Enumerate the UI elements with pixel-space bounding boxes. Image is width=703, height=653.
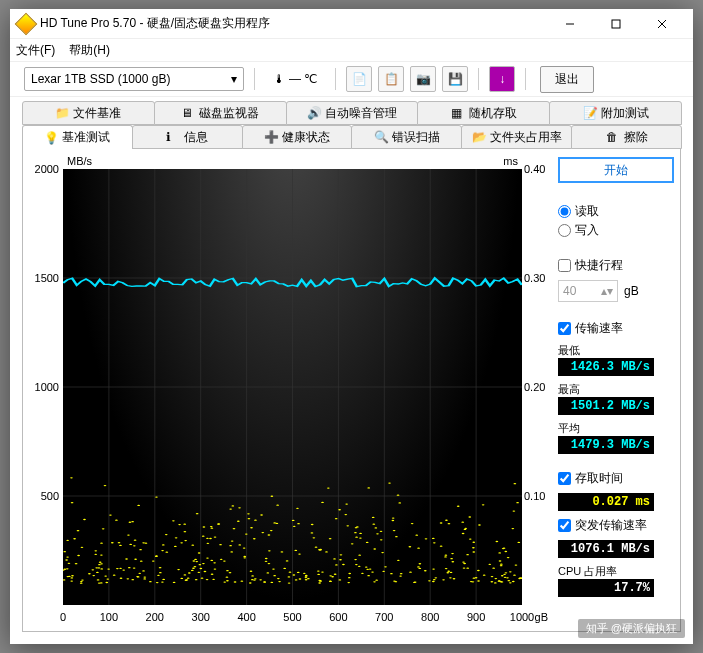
tab-disk-monitor[interactable]: 🖥磁盘监视器 (154, 101, 287, 125)
radio-read[interactable]: 读取 (558, 203, 674, 220)
tab-info[interactable]: ℹ信息 (132, 125, 243, 149)
svg-point-343 (318, 582, 321, 583)
svg-point-388 (413, 582, 416, 583)
tab-benchmark[interactable]: 💡基准测试 (22, 125, 133, 149)
check-short-stroke[interactable]: 快捷行程 (558, 257, 674, 274)
svg-point-374 (134, 540, 137, 541)
svg-point-333 (162, 544, 165, 545)
tab-file-benchmark[interactable]: 📁文件基准 (22, 101, 155, 125)
svg-point-43 (509, 582, 512, 583)
svg-point-134 (71, 502, 74, 503)
copy-info-button[interactable]: 📄 (346, 66, 372, 92)
svg-point-158 (254, 520, 257, 521)
svg-point-108 (238, 507, 241, 508)
svg-point-131 (361, 573, 364, 574)
svg-point-112 (398, 502, 401, 503)
svg-point-46 (66, 568, 69, 569)
close-button[interactable] (639, 9, 685, 39)
menu-file[interactable]: 文件(F) (16, 42, 55, 59)
svg-point-252 (192, 560, 195, 561)
svg-point-235 (483, 575, 486, 576)
svg-point-244 (327, 487, 330, 488)
svg-point-84 (247, 513, 250, 514)
svg-point-346 (478, 524, 481, 525)
svg-point-287 (355, 564, 358, 565)
svg-point-242 (201, 578, 204, 579)
svg-point-45 (329, 538, 332, 539)
divider (335, 68, 336, 90)
svg-point-165 (288, 582, 291, 583)
svg-point-174 (249, 582, 252, 583)
save-button[interactable]: 💾 (442, 66, 468, 92)
svg-point-389 (273, 522, 276, 523)
svg-point-352 (329, 575, 332, 576)
svg-point-83 (73, 538, 76, 539)
check-transfer[interactable]: 传输速率 (558, 320, 674, 337)
svg-point-414 (295, 579, 298, 580)
svg-point-355 (475, 577, 478, 578)
svg-point-109 (517, 542, 520, 543)
svg-point-42 (214, 536, 217, 537)
check-access[interactable]: 存取时间 (558, 470, 674, 487)
exit-button[interactable]: 退出 (540, 66, 594, 93)
maximize-button[interactable] (593, 9, 639, 39)
svg-point-257 (395, 536, 398, 537)
svg-point-243 (397, 560, 400, 561)
svg-rect-1 (612, 20, 620, 28)
tab-extra-tests[interactable]: 📝附加测试 (549, 101, 682, 125)
svg-point-161 (373, 548, 376, 549)
tabrow-top: 📁文件基准 🖥磁盘监视器 🔊自动噪音管理 ▦随机存取 📝附加测试 (22, 101, 681, 125)
svg-point-218 (453, 578, 456, 579)
svg-point-74 (359, 537, 362, 538)
screenshot-button[interactable]: 📷 (410, 66, 436, 92)
svg-point-17 (440, 546, 443, 547)
svg-point-114 (466, 554, 469, 555)
minimize-button[interactable] (547, 9, 593, 39)
tab-erase[interactable]: 🗑擦除 (571, 125, 682, 149)
svg-point-265 (136, 576, 139, 577)
tab-folder-usage[interactable]: 📂文件夹占用率 (461, 125, 572, 149)
tab-aam[interactable]: 🔊自动噪音管理 (286, 101, 419, 125)
svg-point-397 (129, 522, 132, 523)
svg-point-115 (297, 523, 300, 524)
svg-point-358 (513, 575, 516, 576)
svg-point-140 (133, 545, 136, 546)
divider (478, 68, 479, 90)
svg-point-365 (355, 537, 358, 538)
svg-point-325 (237, 521, 240, 522)
svg-point-166 (66, 556, 69, 557)
svg-point-306 (243, 547, 246, 548)
svg-point-64 (317, 574, 320, 575)
copy-screenshot-button[interactable]: 📋 (378, 66, 404, 92)
svg-point-357 (347, 582, 350, 583)
check-burst[interactable]: 突发传输速率 (558, 517, 674, 534)
svg-point-288 (206, 579, 209, 580)
tab-random-access[interactable]: ▦随机存取 (417, 101, 550, 125)
svg-point-56 (172, 520, 175, 521)
svg-point-341 (245, 533, 248, 534)
extra-icon: 📝 (583, 106, 597, 120)
device-select[interactable]: Lexar 1TB SSD (1000 gB) ▾ (24, 67, 244, 91)
svg-point-271 (506, 577, 509, 578)
svg-point-146 (152, 560, 155, 561)
svg-point-69 (80, 581, 83, 582)
svg-point-317 (392, 520, 395, 521)
svg-point-23 (472, 542, 475, 543)
start-button[interactable]: 开始 (558, 157, 674, 183)
svg-point-200 (119, 568, 122, 569)
svg-point-203 (88, 573, 91, 574)
menu-help[interactable]: 帮助(H) (69, 42, 110, 59)
benchmark-icon: 💡 (44, 131, 58, 145)
radio-write[interactable]: 写入 (558, 222, 674, 239)
tab-error-scan[interactable]: 🔍错误扫描 (351, 125, 462, 149)
svg-point-152 (81, 547, 84, 548)
temperature-value: — ℃ (289, 72, 317, 86)
svg-point-310 (344, 514, 347, 515)
svg-point-368 (251, 575, 254, 576)
short-stroke-input[interactable]: 40▴▾ (558, 280, 618, 302)
tab-health[interactable]: ➕健康状态 (242, 125, 353, 149)
svg-point-315 (448, 523, 451, 524)
options-button[interactable]: ↓ (489, 66, 515, 92)
svg-point-220 (321, 571, 324, 572)
svg-point-295 (365, 566, 368, 567)
